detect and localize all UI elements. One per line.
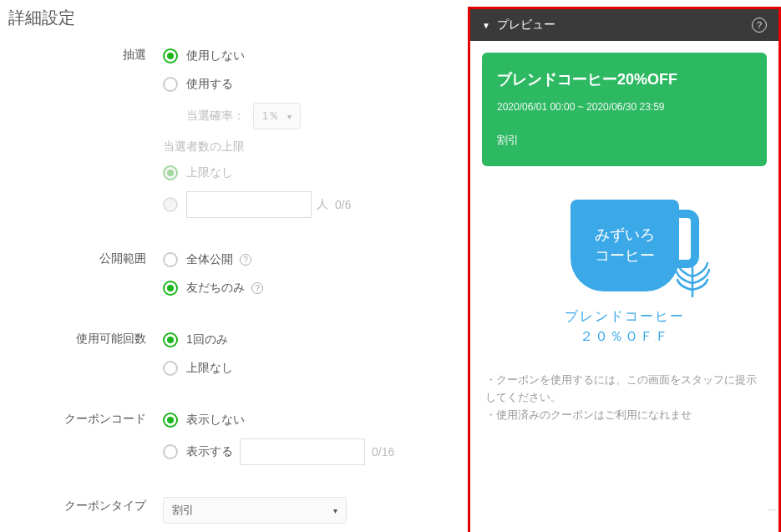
- note-line: ・クーポンを使用するには、この画面をスタッフに提示してください。: [485, 372, 763, 407]
- radio-lottery-not-use[interactable]: [163, 48, 178, 63]
- radio-label: 全体公開: [186, 252, 233, 267]
- select-win-rate[interactable]: 1％ ▾: [253, 103, 301, 129]
- radio-label: 友だちのみ: [186, 281, 245, 296]
- input-winners-count[interactable]: [186, 191, 312, 218]
- label-type: クーポンタイプ: [8, 497, 163, 524]
- label-visibility: 公開範囲: [8, 250, 163, 307]
- preview-panel: ▼ プレビュー ? ▼ ブレンドコーヒー20%OFF 2020/06/01 00…: [468, 7, 781, 532]
- label-usage: 使用可能回数: [8, 330, 163, 387]
- help-icon[interactable]: ?: [752, 18, 767, 33]
- help-icon[interactable]: ?: [240, 254, 251, 266]
- input-coupon-code[interactable]: [240, 438, 365, 465]
- rate-label: 当選確率：: [186, 109, 245, 124]
- chevron-down-icon: ▾: [287, 112, 292, 121]
- radio-winners-limit[interactable]: [163, 197, 178, 212]
- radio-label: 使用する: [186, 77, 233, 92]
- radio-label: 表示する: [186, 444, 233, 459]
- select-value: 割引: [172, 503, 194, 518]
- cup-text-2: コーヒー: [595, 246, 655, 266]
- radio-code-hide[interactable]: [163, 413, 178, 428]
- label-code: クーポンコード: [8, 410, 163, 474]
- coupon-card: ブレンドコーヒー20%OFF 2020/06/01 00:00 ~ 2020/0…: [482, 53, 767, 166]
- label-lottery: 抽選: [8, 46, 163, 226]
- radio-label: 上限なし: [186, 361, 233, 376]
- cup-text-1: みずいろ: [595, 225, 655, 246]
- winners-limit-label: 当選者数の上限: [163, 139, 451, 155]
- row-lottery: 抽選 使用しない 使用する 当選確率： 1％ ▾ 当選者数の上限: [8, 46, 451, 226]
- promo-line-2: ２０％ＯＦＦ: [482, 327, 767, 347]
- radio-usage-nolimit[interactable]: [163, 361, 178, 376]
- row-type: クーポンタイプ 割引 ▾: [8, 497, 451, 524]
- row-code: クーポンコード 表示しない 表示する 0/16: [8, 410, 451, 474]
- radio-label: 1回のみ: [186, 332, 228, 347]
- select-value: 1％: [262, 109, 279, 124]
- radio-visibility-public[interactable]: [163, 252, 178, 267]
- coupon-date: 2020/06/01 00:00 ~ 2020/06/30 23:59: [497, 101, 752, 113]
- chevron-down-icon: ▾: [333, 506, 337, 515]
- preview-header[interactable]: ▼ プレビュー ?: [470, 9, 778, 41]
- cup-logo: みずいろ コーヒー: [571, 200, 679, 291]
- radio-winners-nolimit[interactable]: [163, 165, 178, 180]
- page-title: 詳細設定: [8, 7, 451, 29]
- preview-title: プレビュー: [497, 18, 555, 33]
- note-line: ・使用済みのクーポンはご利用になれませ: [485, 407, 763, 424]
- radio-label: 表示しない: [186, 413, 245, 428]
- unit-people: 人: [317, 197, 328, 212]
- coupon-type-badge: 割引: [497, 133, 752, 148]
- caret-down-icon: ▼: [482, 21, 490, 30]
- radio-usage-once[interactable]: [163, 332, 178, 347]
- select-coupon-type[interactable]: 割引 ▾: [163, 497, 347, 524]
- radio-code-show[interactable]: [163, 444, 178, 459]
- counter: 0/6: [335, 198, 351, 211]
- row-usage: 使用可能回数 1回のみ 上限なし: [8, 330, 451, 387]
- row-visibility: 公開範囲 全体公開 ? 友だちのみ ?: [8, 250, 451, 307]
- radio-visibility-friends[interactable]: [163, 281, 178, 296]
- coupon-image: みずいろ コーヒー: [482, 200, 767, 291]
- radio-label: 上限なし: [186, 165, 233, 180]
- coupon-title: ブレンドコーヒー20%OFF: [497, 69, 752, 89]
- radio-label: 使用しない: [186, 48, 245, 63]
- promo-text: ブレンドコーヒー ２０％ＯＦＦ: [482, 307, 767, 347]
- promo-line-1: ブレンドコーヒー: [482, 307, 767, 327]
- help-icon[interactable]: ?: [251, 282, 263, 294]
- preview-body: ブレンドコーヒー20%OFF 2020/06/01 00:00 ~ 2020/0…: [470, 41, 778, 509]
- leaf-icon: [672, 248, 713, 298]
- radio-lottery-use[interactable]: [163, 77, 178, 92]
- coupon-notes: ・クーポンを使用するには、この画面をスタッフに提示してください。 ・使用済みのク…: [482, 372, 767, 423]
- counter: 0/16: [372, 445, 394, 459]
